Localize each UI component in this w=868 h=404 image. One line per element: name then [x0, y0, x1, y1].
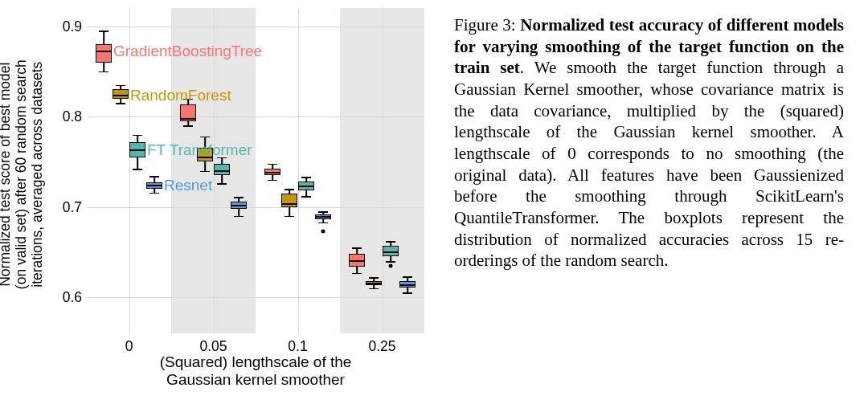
y-tick-label: 0.9: [63, 18, 82, 35]
caption-body: . We smooth the target function through …: [454, 58, 844, 270]
boxplot: [96, 8, 112, 333]
caption-label: Figure 3:: [454, 15, 520, 35]
x-tick-label: 0: [125, 338, 133, 355]
x-tick-label: 0.1: [288, 338, 307, 355]
figure-with-caption: Normalized test score of best model(on v…: [0, 0, 868, 404]
y-axis-label: Normalized test score of best model(on v…: [0, 0, 42, 349]
y-tick-label: 0.7: [63, 198, 82, 215]
plot-outer: 0.60.70.80.900.050.10.25GradientBoosting…: [87, 8, 424, 333]
boxplot: [349, 8, 365, 333]
y-tick-label: 0.6: [63, 289, 82, 306]
chart-panel: Normalized test score of best model(on v…: [0, 0, 446, 404]
y-tick-label: 0.8: [63, 108, 82, 125]
x-tick-label: 0.05: [199, 338, 227, 355]
outlier-point: [321, 229, 326, 233]
boxplot: [399, 8, 416, 333]
boxplot: [383, 8, 399, 333]
x-axis-label: (Squared) lengthscale of theGaussian ker…: [87, 353, 424, 389]
outlier-point: [389, 263, 393, 267]
figure-caption: Figure 3: Normalized test accuracy of di…: [446, 0, 868, 404]
series-label-ftt: FT Transformer: [147, 141, 252, 159]
plot-area: 0.60.70.80.900.050.10.25GradientBoosting…: [87, 8, 424, 333]
boxplot: [281, 8, 297, 333]
x-tick-label: 0.25: [368, 338, 395, 355]
boxplot: [315, 8, 331, 333]
y-axis-label-text: Normalized test score of best model(on v…: [0, 60, 45, 290]
series-label-rf: RandomForest: [130, 87, 231, 104]
series-label-gbt: GradientBoostingTree: [113, 43, 262, 60]
boxplot: [264, 8, 280, 333]
series-label-resnet: Resnet: [164, 177, 212, 194]
boxplot: [366, 8, 382, 333]
chart-wrap: Normalized test score of best model(on v…: [0, 0, 446, 404]
boxplot: [298, 8, 314, 333]
x-axis-label-text: (Squared) lengthscale of theGaussian ker…: [160, 353, 352, 388]
